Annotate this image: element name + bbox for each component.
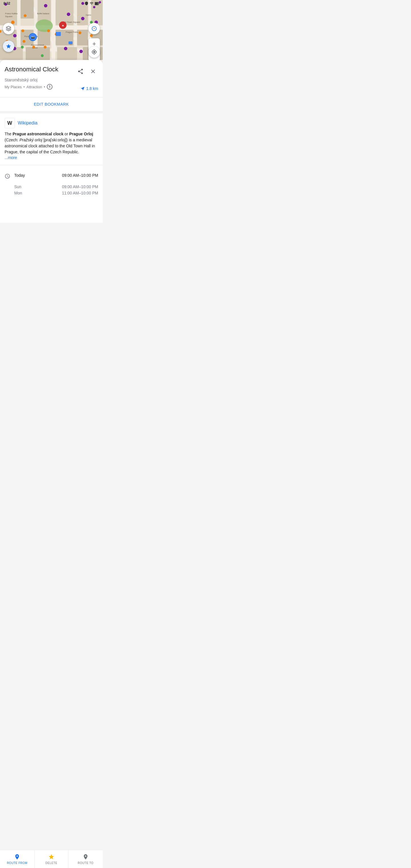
clock-icon: [5, 173, 10, 179]
svg-rect-77: [95, 3, 98, 5]
svg-rect-76: [98, 3, 99, 4]
detail-panel: Astronomical Clock Staroměstský orloj My: [0, 60, 103, 223]
wikipedia-logo: W: [5, 118, 15, 128]
svg-text:📷: 📷: [31, 35, 35, 39]
header-actions: [75, 66, 98, 76]
mon-hours-row: Mon 11:00 AM–10:00 PM: [5, 191, 98, 195]
wikipedia-title[interactable]: Wikipedia: [18, 121, 37, 126]
edit-bookmark-button[interactable]: EDIT BOOKMARK: [5, 97, 98, 111]
svg-point-65: [64, 47, 67, 50]
close-button[interactable]: [88, 66, 98, 76]
svg-point-54: [47, 29, 50, 32]
today-hours-content: Today 09:00 AM–10:00 PM: [14, 173, 98, 179]
map-area[interactable]: Franz Kafka Square Pizza in Piazza Buffe…: [0, 0, 103, 60]
sun-time: 09:00 AM–10:00 PM: [62, 184, 98, 189]
distance-badge: 1.8 km: [81, 86, 98, 91]
svg-rect-74: [68, 41, 72, 44]
svg-point-62: [81, 17, 85, 20]
svg-point-57: [90, 34, 93, 37]
svg-point-64: [13, 34, 17, 37]
more-link[interactable]: ...more: [5, 155, 17, 160]
svg-text:Opero: Opero: [86, 14, 91, 16]
svg-point-61: [67, 12, 70, 16]
svg-point-53: [23, 40, 25, 43]
distance-text: 1.8 km: [86, 86, 98, 91]
edit-bookmark-label: EDIT BOOKMARK: [34, 102, 69, 106]
place-category: My Places: [5, 85, 22, 89]
map-star-button[interactable]: [3, 40, 14, 52]
svg-text:Prague Praha: Prague Praha: [66, 31, 78, 33]
accessibility-icon: [47, 84, 53, 90]
svg-point-49: [22, 29, 24, 32]
place-separator1: •: [23, 85, 25, 89]
svg-rect-22: [77, 30, 88, 45]
mon-label: Mon: [14, 191, 22, 195]
wikipedia-section: W Wikipedia The Prague astronomical cloc…: [5, 113, 98, 165]
bottom-spacer: [5, 200, 98, 223]
svg-point-28: [36, 20, 53, 32]
my-location-button[interactable]: [89, 46, 100, 58]
place-header: Astronomical Clock: [5, 66, 98, 76]
mon-time: 11:00 AM–10:00 PM: [62, 191, 98, 195]
sun-hours-row: Sun 09:00 AM–10:00 PM: [5, 184, 98, 189]
status-bar: 8:32: [0, 0, 103, 7]
svg-point-71: [21, 46, 24, 49]
svg-text:Astronomical: Astronomical: [31, 44, 44, 46]
today-time: 09:00 AM–10:00 PM: [62, 173, 98, 178]
status-icons: [85, 1, 99, 5]
place-separator2: •: [44, 85, 45, 89]
layers-button[interactable]: [3, 23, 14, 34]
svg-point-78: [50, 85, 50, 86]
svg-point-59: [44, 46, 46, 49]
status-time: 8:32: [3, 1, 10, 5]
svg-text:Buffet Italiano: Buffet Italiano: [37, 12, 50, 14]
svg-point-72: [41, 54, 44, 57]
svg-rect-6: [51, 0, 55, 60]
svg-rect-73: [56, 32, 61, 36]
svg-text:Square: Square: [5, 15, 12, 18]
today-label: Today: [14, 173, 25, 178]
svg-point-66: [80, 50, 83, 53]
svg-text:Franz Kafka: Franz Kafka: [5, 12, 18, 15]
today-hours-row: Today 09:00 AM–10:00 PM: [5, 169, 98, 183]
place-subcategory: Attraction: [27, 85, 42, 89]
hours-section: Today 09:00 AM–10:00 PM Sun 09:00 AM–10:…: [5, 165, 98, 200]
svg-point-58: [32, 46, 35, 49]
svg-point-51: [24, 14, 27, 17]
place-title: Astronomical Clock: [5, 66, 73, 73]
today-row: Today 09:00 AM–10:00 PM: [14, 173, 98, 178]
compass-button[interactable]: [89, 23, 100, 34]
sun-label: Sun: [14, 184, 22, 189]
place-meta: My Places • Attraction •: [5, 84, 53, 90]
svg-rect-25: [26, 47, 50, 60]
share-button[interactable]: [75, 66, 86, 76]
svg-text:★: ★: [62, 24, 64, 27]
place-subtitle: Staroměstský orloj: [5, 78, 98, 82]
wikipedia-description: The Prague astronomical clock or Prague …: [5, 131, 98, 155]
wiki-header: W Wikipedia: [5, 118, 98, 128]
svg-point-56: [78, 31, 81, 34]
divider-2: [0, 111, 103, 113]
